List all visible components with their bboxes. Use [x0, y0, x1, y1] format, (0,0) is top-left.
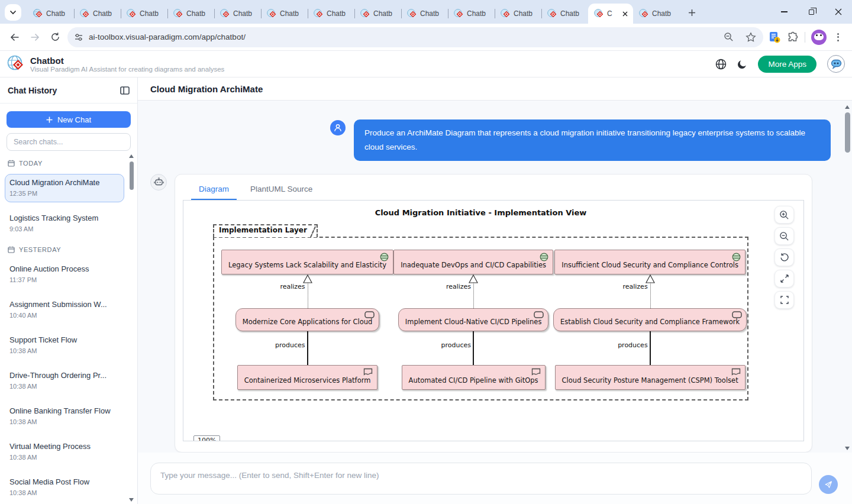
tab-title: C: [607, 9, 617, 18]
browser-tab[interactable]: Chatb: [167, 4, 214, 24]
browser-tab[interactable]: Chatb: [27, 4, 74, 24]
tab-title: Chatb: [327, 9, 351, 18]
deliverable-icon: [531, 368, 541, 376]
chat-scrollbar[interactable]: [844, 105, 851, 450]
browser-menu-button[interactable]: [832, 31, 844, 44]
tab-title: Chatb: [514, 9, 538, 18]
browser-tab[interactable]: Chatb: [214, 4, 261, 24]
work-package-node[interactable]: Implement Cloud-Native CI/CD Pipelines: [398, 308, 549, 332]
scroll-up-arrow[interactable]: [845, 105, 850, 109]
collapse-panel-icon[interactable]: [120, 86, 130, 95]
tab-close-button[interactable]: [620, 9, 630, 18]
browser-tab[interactable]: Chatb: [495, 4, 541, 24]
chat-item-title: Online Banking Transfer Flow: [9, 406, 120, 415]
sidebar-scrollbar[interactable]: [128, 154, 134, 502]
dark-mode-moon-icon[interactable]: [737, 59, 747, 69]
bookmark-star-icon[interactable]: [746, 32, 756, 43]
scroll-up-arrow[interactable]: [129, 154, 134, 158]
browser-tab[interactable]: Chatb: [308, 4, 354, 24]
new-tab-button[interactable]: [683, 4, 700, 21]
reading-list-icon[interactable]: [768, 31, 781, 44]
browser-tab[interactable]: Chatb: [354, 4, 401, 24]
scroll-down-arrow[interactable]: [129, 498, 134, 502]
reset-view-button[interactable]: [774, 248, 794, 266]
profile-avatar[interactable]: [811, 30, 827, 45]
tab-plantuml-source[interactable]: PlantUML Source: [243, 182, 320, 200]
toolbar-separator: [805, 32, 805, 43]
chat-item[interactable]: Assignment Submission W... 10:40 AM: [5, 296, 124, 324]
work-package-node[interactable]: Establish Cloud Security and Compliance …: [553, 308, 747, 332]
new-chat-button[interactable]: New Chat: [7, 111, 131, 128]
visual-paradigm-logo: [7, 55, 25, 73]
new-chat-label: New Chat: [57, 115, 91, 124]
tab-title: Chatb: [467, 9, 491, 18]
more-apps-button[interactable]: More Apps: [758, 56, 816, 73]
browser-tab[interactable]: Chatb: [121, 4, 167, 24]
response-tabs: Diagram PlantUML Source: [183, 182, 804, 200]
zoom-out-button[interactable]: [774, 227, 794, 245]
window-close-button[interactable]: [825, 0, 852, 24]
chat-item[interactable]: Online Banking Transfer Flow 10:38 AM: [5, 402, 124, 431]
visual-paradigm-favicon: [33, 9, 43, 18]
browser-tab[interactable]: Chatb: [633, 4, 680, 24]
assistant-message-row: Diagram PlantUML Source Cloud Migration …: [150, 174, 831, 453]
visual-paradigm-favicon: [220, 9, 230, 18]
back-button[interactable]: [5, 27, 25, 47]
chat-item[interactable]: Support Ticket Flow 10:38 AM: [5, 331, 124, 360]
tab-diagram[interactable]: Diagram: [191, 182, 237, 200]
visual-paradigm-favicon: [173, 9, 183, 18]
chat-item[interactable]: Virtual Meeting Process 10:38 AM: [5, 438, 124, 466]
deliverable-node[interactable]: Automated CI/CD Pipeline with GitOps: [402, 365, 546, 390]
dotted-line: [473, 283, 474, 308]
chat-item-selected[interactable]: Cloud Migration ArchiMate 12:35 PM: [5, 174, 124, 202]
assessment-node[interactable]: Legacy Systems Lack Scalability and Elas…: [221, 250, 393, 274]
chevron-down-icon: [9, 10, 17, 15]
browser-tab[interactable]: Chatb: [261, 4, 308, 24]
tab-title: Chatb: [233, 9, 257, 18]
scrollbar-thumb[interactable]: [130, 161, 134, 190]
scroll-down-arrow[interactable]: [845, 447, 850, 450]
deliverable-node[interactable]: Containerized Microservices Platform: [237, 365, 378, 390]
chatbot-widget-icon[interactable]: [827, 55, 845, 73]
expand-button[interactable]: [774, 270, 794, 287]
window-restore-button[interactable]: [798, 0, 825, 24]
message-input[interactable]: [150, 463, 812, 495]
scrollbar-thumb[interactable]: [845, 112, 850, 153]
deliverable-node[interactable]: Cloud Security Posture Management (CSPM)…: [555, 365, 746, 390]
close-icon: [835, 8, 842, 15]
zoom-out-page-icon[interactable]: [724, 32, 734, 42]
assessment-node[interactable]: Inadequate DevOps and CI/CD Capabilities: [393, 250, 553, 274]
browser-tab-active[interactable]: C: [588, 4, 633, 24]
url-bar[interactable]: ai-toolbox.visual-paradigm.com/app/chatb…: [67, 27, 763, 47]
browser-tab[interactable]: Chatb: [401, 4, 448, 24]
window-minimize-button[interactable]: [770, 0, 798, 24]
main-panel: Cloud Migration ArchiMate Produce an Arc…: [138, 77, 852, 504]
chat-item[interactable]: Drive-Through Ordering Pr... 10:38 AM: [5, 367, 124, 395]
send-button[interactable]: [819, 475, 838, 494]
fullscreen-corners-icon: [780, 295, 789, 305]
extensions-puzzle-icon[interactable]: [787, 31, 799, 43]
chat-item[interactable]: Logistics Tracking System 9:03 AM: [5, 209, 124, 238]
assessment-node[interactable]: Insufficient Cloud Security and Complian…: [554, 250, 746, 274]
zoom-out-icon: [779, 231, 789, 241]
language-globe-icon[interactable]: [715, 59, 727, 70]
forward-button[interactable]: [25, 27, 45, 47]
browser-tab[interactable]: Chatb: [448, 4, 495, 24]
search-chats-input[interactable]: [7, 133, 131, 151]
app-header: Chatbot Visual Paradigm AI Assistant for…: [0, 51, 852, 77]
tab-search-button[interactable]: [5, 4, 21, 21]
work-package-node[interactable]: Modernize Core Applications for Cloud: [235, 308, 380, 332]
diagram-viewport[interactable]: Cloud Migration Initiative - Implementat…: [183, 200, 804, 441]
browser-tab[interactable]: Chatb: [541, 4, 588, 24]
chat-item[interactable]: Online Auction Process 11:37 PM: [5, 260, 124, 289]
chat-item-time: 9:03 AM: [9, 225, 120, 232]
fullscreen-button[interactable]: [774, 291, 794, 309]
solid-line: [473, 331, 474, 365]
browser-tab[interactable]: Chatb: [74, 4, 121, 24]
assessment-icon: [732, 253, 741, 261]
reload-button[interactable]: [45, 27, 65, 47]
chat-item[interactable]: Social Media Post Flow 10:38 AM: [5, 473, 124, 502]
app-title-block: Chatbot Visual Paradigm AI Assistant for…: [30, 56, 224, 73]
zoom-in-button[interactable]: [774, 206, 794, 224]
chat-item-title: Cloud Migration ArchiMate: [9, 178, 120, 187]
